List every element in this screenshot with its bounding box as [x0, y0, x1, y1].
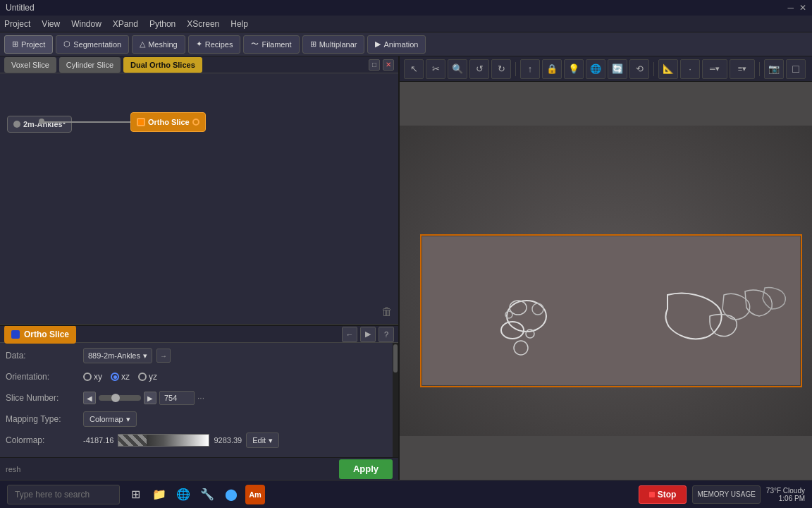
taskbar-am-icon[interactable]: Am — [245, 485, 265, 504]
pipeline-canvas[interactable]: 2m-Ankles* Ortho Slice 🗑 — [0, 73, 398, 324]
apply-button[interactable]: Apply — [339, 459, 393, 479]
radio-xy[interactable]: xy — [83, 372, 102, 382]
vp-light-btn[interactable]: 💡 — [564, 59, 584, 79]
connector-line — [39, 121, 130, 123]
segmentation-icon: ⬡ — [63, 40, 70, 49]
close-button[interactable]: ✕ — [799, 3, 806, 13]
minimize-button[interactable]: ─ — [787, 3, 794, 13]
menu-python[interactable]: Python — [149, 19, 176, 29]
ribbon-segmentation[interactable]: ⬡ Segmentation — [56, 35, 129, 54]
mapping-dropdown[interactable]: Colormap ▾ — [83, 411, 137, 427]
data-goto-btn[interactable]: → — [156, 349, 171, 363]
anatomy-svg — [400, 82, 812, 480]
taskbar: ⊞ 📁 🌐 🔧 ⬤ Am Stop MEMORY USAGE 73°F Clou… — [0, 480, 812, 508]
taskbar-grid-icon[interactable]: ⊞ — [125, 485, 145, 504]
weather-info: 73°F Cloudy — [766, 487, 805, 495]
radio-xz[interactable]: xz — [111, 372, 130, 382]
data-label: Data: — [6, 351, 83, 361]
taskbar-folder-icon[interactable]: 📁 — [149, 485, 169, 504]
node-ortho-label: Ortho Slice — [148, 118, 190, 126]
vp-fullscreen-btn[interactable]: □ — [786, 59, 806, 79]
vp-mode-btn[interactable]: ═▾ — [702, 59, 727, 79]
radio-xy-circle — [83, 373, 92, 381]
vp-up-btn[interactable]: ↑ — [520, 59, 540, 79]
vp-globe-btn[interactable]: 🌐 — [586, 59, 605, 79]
node-ankles-dot — [13, 121, 20, 128]
pipeline-close-btn[interactable]: ✕ — [383, 59, 394, 71]
vp-measure-btn[interactable]: 📐 — [658, 59, 678, 79]
meshing-icon: △ — [140, 40, 145, 49]
radio-yz[interactable]: yz — [138, 372, 157, 382]
slice-value-box[interactable]: 754 — [159, 391, 195, 405]
props-play-btn[interactable]: ▶ — [360, 327, 376, 342]
vp-select-btn[interactable]: ↖ — [404, 59, 424, 79]
ribbon-filament[interactable]: 〜 Filament — [243, 35, 299, 54]
prop-row-colormap: Colormap: -4187.16 9283.39 Edit ▾ — [6, 432, 393, 449]
menu-xpand[interactable]: XPand — [113, 19, 138, 29]
menu-view[interactable]: View — [42, 19, 60, 29]
slice-prev-btn[interactable]: ◀ — [83, 392, 96, 404]
taskbar-app1-icon[interactable]: 🔧 — [197, 485, 217, 504]
ribbon-meshing[interactable]: △ Meshing — [132, 35, 185, 54]
slice-slider[interactable] — [99, 395, 141, 401]
vp-camera-btn[interactable]: 📷 — [764, 59, 784, 79]
recipes-icon: ✦ — [196, 40, 202, 49]
radio-yz-circle — [138, 373, 147, 381]
scroll-indicator — [393, 343, 398, 457]
ribbon-animation[interactable]: ▶ Animation — [367, 35, 426, 54]
ribbon-recipes[interactable]: ✦ Recipes — [188, 35, 241, 54]
colormap-bar[interactable] — [118, 434, 209, 447]
props-left-arrow-btn[interactable]: ← — [342, 327, 357, 342]
props-help-btn[interactable]: ? — [379, 327, 394, 342]
vp-display-btn[interactable]: ≡▾ — [730, 59, 755, 79]
slice-dots-btn[interactable]: ··· — [197, 393, 204, 403]
slice-controls: ◀ ▶ 754 ··· — [83, 391, 204, 405]
multiplanar-icon: ⊞ — [310, 40, 316, 49]
memory-label: MEMORY USAGE — [697, 490, 755, 498]
orientation-radio-group: xy xz yz — [83, 372, 157, 382]
data-dropdown-arrow: ▾ — [143, 351, 147, 361]
prop-row-data: Data: 889-2m-Ankles ▾ → — [6, 347, 393, 364]
stop-button[interactable]: Stop — [639, 485, 687, 504]
pipeline-minimize-btn[interactable]: □ — [369, 59, 380, 71]
taskbar-search[interactable] — [7, 485, 120, 504]
edit-dropdown-arrow: ▾ — [269, 436, 273, 445]
ribbon: ⊞ Project ⬡ Segmentation △ Meshing ✦ Rec… — [0, 32, 812, 56]
vp-zoom-btn[interactable]: 🔍 — [448, 59, 467, 79]
edit-colormap-btn[interactable]: Edit ▾ — [246, 433, 279, 448]
data-dropdown[interactable]: 889-2m-Ankles ▾ — [83, 348, 152, 363]
menu-window[interactable]: Window — [71, 19, 102, 29]
slice-next-btn[interactable]: ▶ — [144, 392, 156, 404]
titlebar: Untitled ─ ✕ — [0, 0, 812, 16]
pipeline-window-controls: □ ✕ — [369, 59, 394, 71]
vp-undo-btn[interactable]: ↺ — [469, 59, 489, 79]
ribbon-multiplanar[interactable]: ⊞ Multiplanar — [302, 35, 365, 54]
menu-help[interactable]: Help — [230, 19, 248, 29]
vp-reset-btn[interactable]: ⟲ — [629, 59, 649, 79]
memory-usage: MEMORY USAGE — [692, 485, 760, 504]
menu-project[interactable]: Project — [4, 19, 30, 29]
vp-lock-btn[interactable]: 🔒 — [542, 59, 562, 79]
vp-point-btn[interactable]: · — [680, 59, 700, 79]
data-value: 889-2m-Ankles ▾ → — [83, 348, 393, 363]
vp-redo-btn[interactable]: ↻ — [491, 59, 511, 79]
mapping-value: Colormap ▾ — [83, 411, 393, 427]
node-ortho-slice[interactable]: Ortho Slice — [130, 112, 206, 132]
trash-icon[interactable]: 🗑 — [381, 306, 393, 318]
tab-dual-ortho-slices[interactable]: Dual Ortho Slices — [123, 57, 202, 73]
slice-label: Slice Number: — [6, 393, 83, 403]
tab-cylinder-slice[interactable]: Cylinder Slice — [59, 57, 121, 73]
colormap-max: 9283.39 — [214, 436, 242, 445]
node-ortho-left-dot — [137, 118, 145, 126]
properties-panel: Ortho Slice ← ▶ ? Data: 889-2m-Ankles ▾ — [0, 325, 398, 480]
menu-xscreen[interactable]: XScreen — [187, 19, 219, 29]
taskbar-browser-icon[interactable]: 🌐 — [173, 485, 193, 504]
vp-rotate-btn[interactable]: 🔄 — [608, 59, 627, 79]
project-icon: ⊞ — [12, 40, 18, 49]
vp-cut-btn[interactable]: ✂ — [426, 59, 445, 79]
tab-voxel-slice[interactable]: Voxel Slice — [4, 57, 56, 73]
viewport-canvas[interactable] — [400, 82, 812, 480]
colormap-label: Colormap: — [6, 435, 83, 445]
taskbar-chrome-icon[interactable]: ⬤ — [221, 485, 241, 504]
ribbon-project[interactable]: ⊞ Project — [4, 35, 53, 54]
